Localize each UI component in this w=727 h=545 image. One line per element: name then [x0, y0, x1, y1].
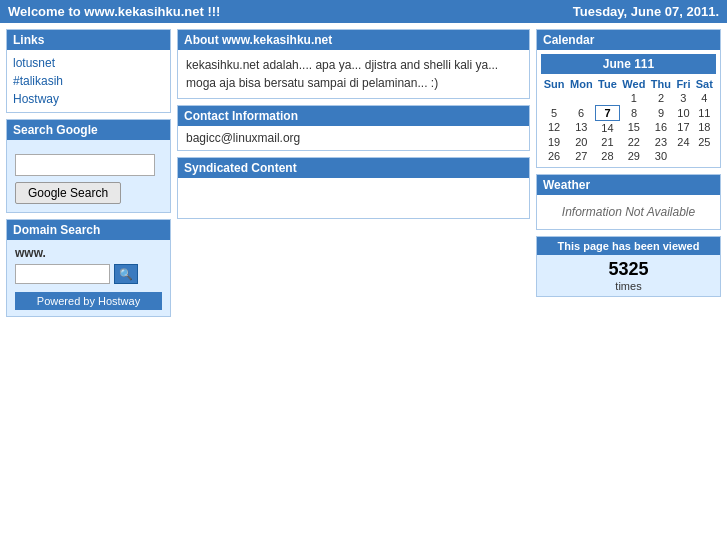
day-header-mon: Mon — [567, 77, 595, 91]
syndicated-body — [178, 178, 529, 218]
hostway-link[interactable]: Powered by Hostway — [37, 295, 140, 307]
calendar-day: 27 — [567, 149, 595, 163]
table-row: 567891011 — [541, 105, 716, 120]
calendar-panel: Calendar June 111 Sun Mon Tue Wed Thu Fr… — [536, 29, 721, 168]
main-layout: Links lotusnet #talikasih Hostway Search… — [0, 23, 727, 323]
date-text: Tuesday, June 07, 2011. — [573, 4, 719, 19]
day-header-wed: Wed — [620, 77, 649, 91]
search-input[interactable] — [15, 154, 155, 176]
calendar-day: 15 — [620, 120, 649, 135]
pageviews-panel-header: This page has been viewed — [537, 237, 720, 255]
welcome-text: Welcome to www.kekasihku.net !!! — [8, 4, 220, 19]
domain-go-button[interactable]: 🔍 — [114, 264, 138, 284]
calendar-day: 14 — [595, 120, 619, 135]
calendar-body: June 111 Sun Mon Tue Wed Thu Fri Sat — [537, 50, 720, 167]
pageviews-body: 5325 times — [537, 255, 720, 296]
calendar-day: 7 — [595, 105, 619, 120]
table-row: 2627282930 — [541, 149, 716, 163]
calendar-day: 4 — [693, 91, 715, 105]
search-icon: 🔍 — [119, 268, 133, 281]
calendar-day — [541, 91, 567, 105]
calendar-day: 9 — [648, 105, 674, 120]
calendar-day: 3 — [674, 91, 693, 105]
search-google-panel: Search Google Google Search — [6, 119, 171, 213]
calendar-panel-header: Calendar — [537, 30, 720, 50]
weather-panel-header: Weather — [537, 175, 720, 195]
calendar-day: 20 — [567, 135, 595, 149]
weather-message: Information Not Available — [537, 195, 720, 229]
calendar-day: 8 — [620, 105, 649, 120]
calendar-day: 18 — [693, 120, 715, 135]
about-text: kekasihku.net adalah.... apa ya... djist… — [178, 50, 529, 98]
calendar-day: 30 — [648, 149, 674, 163]
calendar-day: 2 — [648, 91, 674, 105]
link-talikasih[interactable]: #talikasih — [13, 74, 63, 88]
calendar-day: 25 — [693, 135, 715, 149]
calendar-day: 11 — [693, 105, 715, 120]
link-hostway[interactable]: Hostway — [13, 92, 59, 106]
day-header-fri: Fri — [674, 77, 693, 91]
contact-panel: Contact Information bagicc@linuxmail.org — [177, 105, 530, 151]
calendar-day: 5 — [541, 105, 567, 120]
weather-panel: Weather Information Not Available — [536, 174, 721, 230]
calendar-day — [595, 91, 619, 105]
table-row: 1234 — [541, 91, 716, 105]
right-column: Calendar June 111 Sun Mon Tue Wed Thu Fr… — [536, 29, 721, 297]
domain-search-input[interactable] — [15, 264, 110, 284]
calendar-day: 22 — [620, 135, 649, 149]
page-header: Welcome to www.kekasihku.net !!! Tuesday… — [0, 0, 727, 23]
calendar-day: 12 — [541, 120, 567, 135]
calendar-day: 10 — [674, 105, 693, 120]
syndicated-panel-header: Syndicated Content — [178, 158, 529, 178]
domain-search-body: www. 🔍 Powered by Hostway — [7, 240, 170, 316]
calendar-month: June 111 — [541, 54, 716, 74]
day-header-thu: Thu — [648, 77, 674, 91]
calendar-day — [674, 149, 693, 163]
syndicated-panel: Syndicated Content — [177, 157, 530, 219]
day-header-tue: Tue — [595, 77, 619, 91]
table-row: Sun Mon Tue Wed Thu Fri Sat — [541, 77, 716, 91]
contact-email: bagicc@linuxmail.org — [178, 126, 529, 150]
pageviews-label: times — [541, 280, 716, 292]
pageviews-panel: This page has been viewed 5325 times — [536, 236, 721, 297]
contact-panel-header: Contact Information — [178, 106, 529, 126]
day-header-sat: Sat — [693, 77, 715, 91]
calendar-day: 16 — [648, 120, 674, 135]
search-google-body: Google Search — [7, 140, 170, 212]
table-row: 12131415161718 — [541, 120, 716, 135]
table-row: 19202122232425 — [541, 135, 716, 149]
calendar-table: Sun Mon Tue Wed Thu Fri Sat 123456789101… — [541, 77, 716, 163]
list-item: lotusnet — [13, 54, 164, 72]
links-panel-header: Links — [7, 30, 170, 50]
link-lotusnet[interactable]: lotusnet — [13, 56, 55, 70]
calendar-day: 24 — [674, 135, 693, 149]
links-panel: Links lotusnet #talikasih Hostway — [6, 29, 171, 113]
mid-column: About www.kekasihku.net kekasihku.net ad… — [177, 29, 530, 219]
calendar-day: 17 — [674, 120, 693, 135]
about-panel: About www.kekasihku.net kekasihku.net ad… — [177, 29, 530, 99]
domain-search-header: Domain Search — [7, 220, 170, 240]
links-list: lotusnet #talikasih Hostway — [7, 50, 170, 112]
calendar-day — [567, 91, 595, 105]
domain-input-row: 🔍 — [15, 264, 162, 284]
search-google-header: Search Google — [7, 120, 170, 140]
powered-by: Powered by Hostway — [15, 292, 162, 310]
about-panel-header: About www.kekasihku.net — [178, 30, 529, 50]
www-label: www. — [15, 246, 162, 260]
calendar-day: 6 — [567, 105, 595, 120]
calendar-day: 29 — [620, 149, 649, 163]
calendar-day: 13 — [567, 120, 595, 135]
calendar-day: 21 — [595, 135, 619, 149]
calendar-day: 28 — [595, 149, 619, 163]
calendar-day: 19 — [541, 135, 567, 149]
calendar-day: 1 — [620, 91, 649, 105]
domain-search-panel: Domain Search www. 🔍 Powered by Hostway — [6, 219, 171, 317]
pageviews-count: 5325 — [541, 259, 716, 280]
calendar-day: 26 — [541, 149, 567, 163]
calendar-day — [693, 149, 715, 163]
list-item: Hostway — [13, 90, 164, 108]
left-column: Links lotusnet #talikasih Hostway Search… — [6, 29, 171, 317]
day-header-sun: Sun — [541, 77, 567, 91]
calendar-day: 23 — [648, 135, 674, 149]
google-search-button[interactable]: Google Search — [15, 182, 121, 204]
